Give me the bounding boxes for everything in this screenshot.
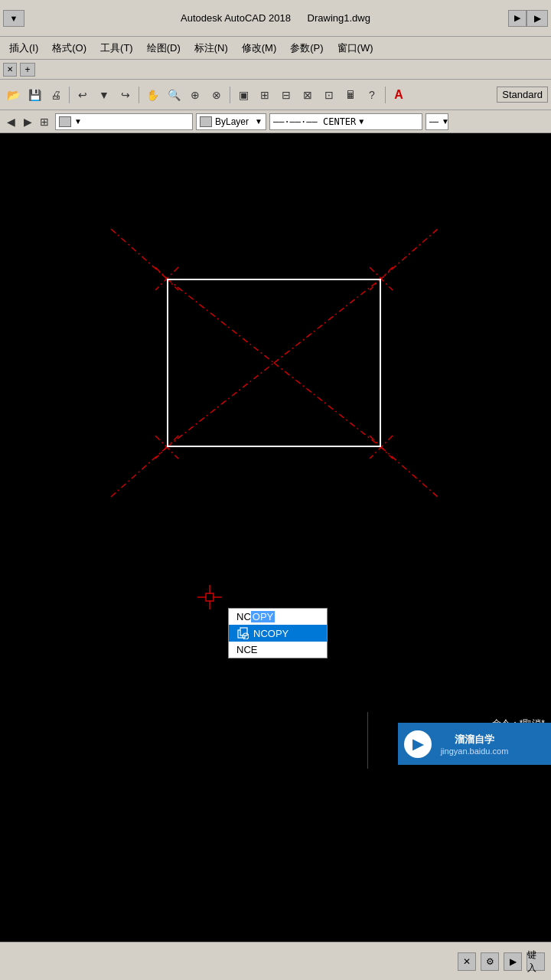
win-btn[interactable]: ▶ — [527, 10, 548, 27]
linetype-arrow-icon: ▼ — [359, 117, 364, 126]
layer-color-box — [59, 116, 71, 127]
tab-close-btn[interactable]: ✕ — [3, 63, 17, 77]
svg-line-0 — [111, 229, 167, 279]
tool-block[interactable]: ⊠ — [298, 85, 318, 105]
bottom-close-btn[interactable]: ✕ — [458, 952, 476, 971]
svg-line-12 — [155, 436, 178, 459]
linetype-label: ——·——·—— CENTER — [273, 116, 356, 127]
tool-calc[interactable]: 🖩 — [341, 85, 360, 105]
color-dropdown[interactable]: ByLayer ▼ — [196, 113, 266, 130]
watermark-banner: ▶ 溜溜自学 jingyan.baidu.com — [398, 723, 551, 765]
svg-line-15 — [370, 436, 393, 459]
tool-grid[interactable]: ⊞ — [255, 85, 275, 105]
linetype-dropdown[interactable]: ——·——·—— CENTER ▼ — [269, 113, 422, 130]
svg-line-5 — [167, 363, 274, 447]
watermark-logo: 溜溜自学 — [455, 733, 494, 746]
layer-prev-btn[interactable]: ◀ — [3, 112, 18, 132]
ac-item-ncopy-label: NCOPY — [253, 628, 289, 639]
properties-bar: ◀ ▶ ⊞ ▼ ByLayer ▼ ——·——·—— CENTER ▼ — ▼ — [0, 110, 551, 133]
sep3 — [230, 87, 230, 103]
menu-insert[interactable]: 插入(I) — [3, 40, 44, 57]
menu-params[interactable]: 参数(P) — [284, 40, 329, 57]
sep4 — [385, 87, 386, 103]
svg-line-9 — [155, 267, 178, 290]
menu-format[interactable]: 格式(O) — [46, 40, 93, 57]
lineweight-dropdown[interactable]: — ▼ — [425, 113, 448, 130]
menu-bar: 插入(I) 格式(O) 工具(T) 绘图(D) 标注(N) 修改(M) 参数(P… — [0, 37, 551, 60]
autocomplete-item-ncopy-text[interactable]: NCOPY — [229, 609, 327, 625]
color-preview-box — [200, 116, 212, 127]
title-bar: ▼ Autodesk AutoCAD 2018 Drawing1.dwg ▶ ▶ — [0, 0, 551, 37]
color-arrow-icon: ▼ — [255, 117, 262, 126]
drawing-rectangle — [167, 279, 381, 447]
autocomplete-item-nce[interactable]: NCE — [229, 642, 327, 658]
svg-line-6 — [274, 363, 381, 447]
tool-layer[interactable]: ⊟ — [276, 85, 296, 105]
svg-line-8 — [155, 267, 178, 290]
svg-line-2 — [274, 279, 381, 363]
tool-text[interactable]: A — [389, 85, 409, 105]
tool-pan[interactable]: ✋ — [142, 85, 162, 105]
svg-line-10 — [370, 267, 393, 290]
svg-line-7 — [381, 447, 438, 497]
autocomplete-popup: NCOPY NCOPY NCE — [228, 608, 328, 658]
svg-line-1 — [167, 279, 274, 363]
tool-print[interactable]: 🖨 — [46, 85, 66, 105]
menu-dimension[interactable]: 标注(N) — [188, 40, 234, 57]
title-text: Autodesk AutoCAD 2018 Drawing1.dwg — [181, 12, 370, 24]
menu-modify[interactable]: 修改(M) — [236, 40, 283, 57]
svg-line-13 — [155, 436, 178, 459]
menu-dropdown-btn[interactable]: ▼ — [3, 10, 24, 27]
lw-arrow-icon: ▼ — [442, 117, 449, 126]
tool-redo[interactable]: ↪ — [116, 85, 135, 105]
tool-undo-arrow[interactable]: ▼ — [94, 85, 114, 105]
autocomplete-item-ncopy-icon[interactable]: NCOPY — [229, 625, 327, 642]
tool-zoom[interactable]: 🔍 — [164, 85, 184, 105]
sep1 — [69, 87, 70, 103]
tab-bar: ✕ + — [0, 60, 551, 80]
tool-attrib[interactable]: ⊡ — [319, 85, 339, 105]
tool-help[interactable]: ? — [362, 85, 382, 105]
tool-zoom2[interactable]: ⊕ — [185, 85, 205, 105]
watermark-site: jingyan.baidu.com — [441, 746, 509, 756]
crosshair-cursor — [197, 585, 219, 606]
bottom-settings-btn[interactable]: ⚙ — [481, 952, 499, 971]
bottom-bar: ✕ ⚙ ▶ 键入 — [0, 942, 551, 980]
svg-line-3 — [381, 229, 438, 279]
color-label: ByLayer — [215, 116, 249, 127]
center-lines-svg — [0, 133, 551, 807]
bottom-input-btn[interactable]: ▶ — [504, 952, 522, 971]
menu-window[interactable]: 窗口(W) — [331, 40, 380, 57]
drawing-area[interactable]: NCOPY NCOPY NCE 命令：*取消* 命令：*取消* 命令：*取消* … — [0, 133, 551, 807]
tool-open[interactable]: 📂 — [3, 85, 23, 105]
layer-tools-btn[interactable]: ⊞ — [37, 112, 52, 132]
tool-undo[interactable]: ↩ — [73, 85, 93, 105]
layer-arrow-icon: ▼ — [74, 117, 82, 126]
svg-line-11 — [370, 267, 393, 290]
standard-dropdown[interactable]: Standard — [497, 87, 548, 103]
arrow-btn[interactable]: ▶ — [508, 10, 527, 27]
layer-dropdown[interactable]: ▼ — [55, 113, 193, 130]
toolbar: 📂 💾 🖨 ↩ ▼ ↪ ✋ 🔍 ⊕ ⊗ ▣ ⊞ ⊟ ⊠ ⊡ 🖩 ? A Stan… — [0, 80, 551, 110]
svg-line-4 — [111, 447, 167, 497]
layer-next-btn[interactable]: ▶ — [20, 112, 35, 132]
svg-rect-20 — [206, 593, 214, 601]
sep2 — [139, 87, 139, 103]
tool-save[interactable]: 💾 — [24, 85, 44, 105]
watermark-icon: ▶ — [404, 730, 432, 758]
bottom-type-btn[interactable]: 键入 — [527, 952, 545, 971]
tool-view[interactable]: ▣ — [233, 85, 253, 105]
svg-line-14 — [370, 436, 393, 459]
menu-tools[interactable]: 工具(T) — [94, 40, 139, 57]
tab-new-btn[interactable]: + — [20, 63, 35, 77]
tool-zoom3[interactable]: ⊗ — [207, 85, 227, 105]
menu-draw[interactable]: 绘图(D) — [141, 40, 187, 57]
lineweight-arrow-icon: — — [429, 116, 439, 127]
ncopy-command-icon — [236, 627, 249, 639]
